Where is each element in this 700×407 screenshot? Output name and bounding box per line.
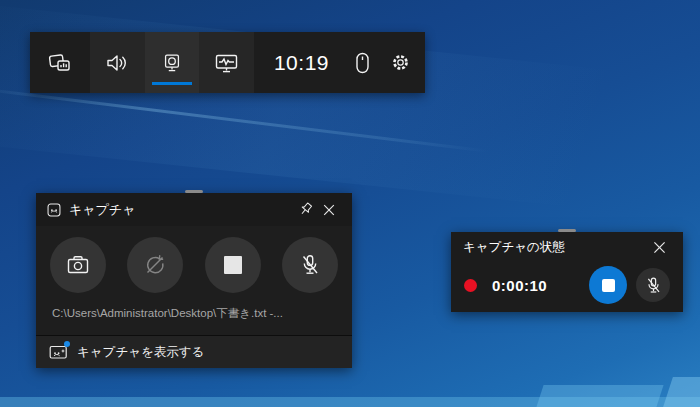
audio-section-button[interactable] <box>90 32 145 93</box>
capture-panel-title: キャプチャ <box>69 201 293 219</box>
toolbar-middle-sections <box>90 32 254 93</box>
desktop: 10:19 <box>0 0 700 407</box>
status-titlebar: キャプチャの状態 <box>451 232 683 262</box>
close-icon[interactable] <box>317 198 341 222</box>
performance-icon <box>214 52 239 74</box>
recording-status-row: 0:00:10 <box>451 262 683 312</box>
wallpaper-pane <box>663 377 700 407</box>
status-panel-title: キャプチャの状態 <box>463 239 565 256</box>
close-icon[interactable] <box>647 235 671 259</box>
audio-icon <box>105 53 129 73</box>
stop-recording-button[interactable] <box>205 237 261 293</box>
clock: 10:19 <box>274 51 329 75</box>
screenshot-button[interactable] <box>50 237 106 293</box>
capture-titlebar[interactable]: キャプチャ <box>36 193 352 226</box>
mic-mute-button[interactable] <box>282 237 338 293</box>
capture-buttons-row <box>36 226 352 293</box>
recording-indicator-dot <box>464 279 477 292</box>
capture-section-button[interactable] <box>145 32 200 93</box>
camera-icon <box>66 254 90 276</box>
settings-gear-icon[interactable] <box>390 52 411 73</box>
mouse-icon[interactable] <box>355 52 370 74</box>
record-last-icon <box>143 253 167 277</box>
capture-status-window: キャプチャの状態 0:00:10 <box>451 232 683 312</box>
game-bar-toolbar: 10:19 <box>30 32 425 93</box>
capture-selected-underline <box>152 82 192 85</box>
widgets-menu-button[interactable] <box>30 32 90 93</box>
stop-icon <box>602 279 615 292</box>
pin-button[interactable] <box>293 198 317 222</box>
wallpaper-pane <box>536 385 663 407</box>
new-capture-notification-dot <box>64 341 70 347</box>
capture-icon <box>161 52 183 74</box>
show-captures-label: キャプチャを表示する <box>77 344 204 361</box>
toolbar-right-section: 10:19 <box>254 32 425 93</box>
drag-handle[interactable] <box>185 190 203 193</box>
recording-target-path: C:\Users\Administrator\Desktop\下書き.txt -… <box>36 293 352 321</box>
microphone-muted-icon <box>644 276 663 295</box>
microphone-muted-icon <box>298 253 322 277</box>
record-last-button-disabled[interactable] <box>127 237 183 293</box>
performance-section-button[interactable] <box>199 32 254 93</box>
mic-mute-button[interactable] <box>636 268 670 302</box>
game-bar-logo-icon <box>47 203 61 217</box>
captures-gallery-icon <box>49 344 69 360</box>
drag-handle[interactable] <box>558 229 576 232</box>
recording-timer: 0:00:10 <box>492 277 547 294</box>
stop-icon <box>224 256 242 274</box>
widgets-menu-icon <box>47 52 73 74</box>
show-captures-button[interactable]: キャプチャを表示する <box>36 335 352 368</box>
stop-recording-button[interactable] <box>589 266 627 304</box>
capture-widget-window: キャプチャ <box>36 193 352 368</box>
